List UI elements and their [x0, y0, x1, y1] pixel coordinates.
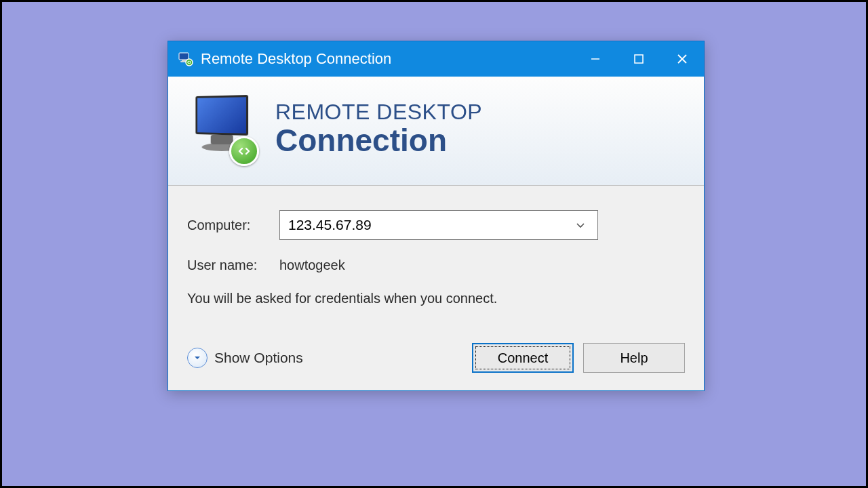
username-value: howtogeek — [279, 258, 345, 273]
svg-point-3 — [186, 59, 193, 66]
svg-rect-0 — [179, 53, 189, 60]
computer-label: Computer: — [187, 218, 279, 233]
help-button[interactable]: Help — [583, 343, 685, 373]
computer-row: Computer: 123.45.67.89 — [187, 210, 685, 240]
maximize-button[interactable] — [617, 41, 660, 77]
chevron-down-icon[interactable] — [572, 220, 589, 230]
computer-combobox[interactable]: 123.45.67.89 — [279, 210, 598, 240]
username-row: User name: howtogeek — [187, 258, 685, 273]
show-options-label: Show Options — [214, 350, 303, 366]
dialog-body: Computer: 123.45.67.89 User name: howtog… — [168, 186, 704, 343]
app-icon — [178, 51, 194, 67]
expand-arrow-icon — [187, 348, 208, 368]
minimize-button[interactable] — [574, 41, 617, 77]
desktop-background: Remote Desktop Connection RE — [2, 2, 866, 486]
banner-line2: Connection — [275, 122, 482, 159]
titlebar[interactable]: Remote Desktop Connection — [168, 41, 704, 77]
close-button[interactable] — [660, 41, 704, 77]
window-title: Remote Desktop Connection — [201, 50, 391, 68]
banner-text: REMOTE DESKTOP Connection — [275, 100, 482, 159]
footer: Show Options Connect Help — [168, 343, 704, 390]
connect-button[interactable]: Connect — [472, 343, 574, 373]
computer-value: 123.45.67.89 — [288, 217, 572, 233]
show-options-toggle[interactable]: Show Options — [187, 348, 303, 368]
banner: REMOTE DESKTOP Connection — [168, 77, 704, 186]
rdc-window: Remote Desktop Connection RE — [167, 41, 705, 391]
credentials-info: You will be asked for credentials when y… — [187, 291, 685, 306]
banner-line1: REMOTE DESKTOP — [275, 100, 482, 125]
svg-rect-5 — [635, 55, 643, 63]
username-label: User name: — [187, 258, 279, 273]
rdc-logo-icon — [187, 92, 262, 166]
svg-rect-1 — [182, 60, 186, 61]
